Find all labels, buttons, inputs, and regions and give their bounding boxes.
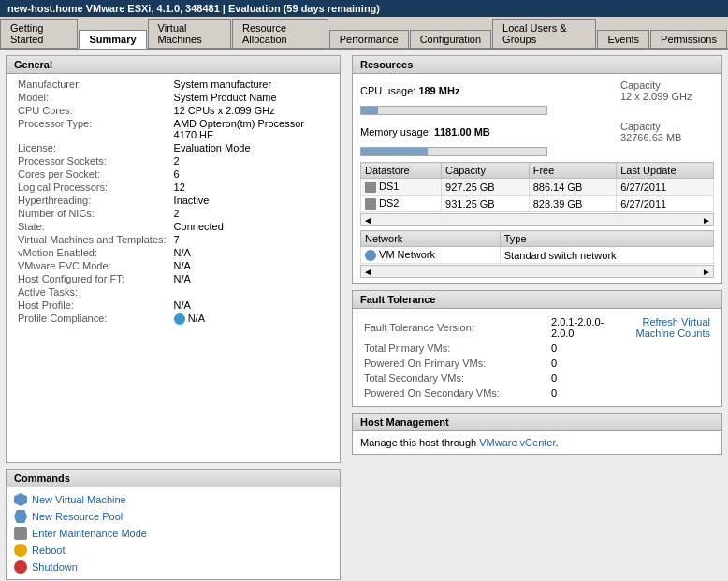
field-label: Profile Compliance: [14, 312, 170, 326]
memory-capacity: Capacity 32766.63 MB [620, 121, 681, 143]
main-content: General Manufacturer:System manufacturer… [0, 50, 728, 581]
net-icon [365, 250, 376, 261]
title-bar: new-host.home VMware ESXi, 4.1.0, 348481… [0, 0, 728, 17]
host-management-header: Host Management [353, 414, 721, 431]
ds-col-header: Last Update [617, 163, 714, 179]
field-value: 7 [170, 233, 332, 246]
field-label: vMotion Enabled: [14, 246, 170, 259]
field-value [170, 285, 332, 298]
tab-resource-allocation[interactable]: Resource Allocation [232, 19, 328, 48]
tab-virtual-machines[interactable]: Virtual Machines [148, 19, 231, 48]
network-container: NetworkType VM NetworkStandard switch ne… [360, 230, 714, 278]
fault-tolerance-section: Fault Tolerance Fault Tolerance Version:… [352, 290, 722, 407]
command-item-enter-maintenance-mode[interactable]: Enter Maintenance Mode [14, 525, 332, 542]
tab-local-users[interactable]: Local Users & Groups [492, 19, 596, 48]
memory-label: Memory usage: 1181.00 MB [360, 126, 490, 138]
memory-bar [360, 147, 547, 156]
general-row: Profile Compliance: N/A [14, 312, 332, 326]
title-text: new-host.home VMware ESXi, 4.1.0, 348481… [7, 3, 380, 14]
network-row: VM NetworkStandard switch network [361, 247, 714, 264]
field-value: N/A [170, 272, 332, 285]
field-value: 2 [170, 207, 332, 220]
field-label: CPU Cores: [14, 104, 170, 117]
host-mgmt-text-after: . [556, 437, 559, 448]
datastore-table: DatastoreCapacityFreeLast Update DS1927.… [360, 162, 714, 212]
field-value: 6 [170, 167, 332, 181]
command-item-shutdown[interactable]: Shutdown [14, 559, 332, 575]
field-label: Hyperthreading: [14, 194, 170, 207]
command-item-new-resource-pool[interactable]: New Resource Pool [14, 508, 332, 525]
maintenance-icon [14, 527, 27, 540]
field-label: Active Tasks: [14, 285, 170, 298]
cpu-bar-fill [361, 107, 378, 114]
ft-table: Fault Tolerance Version: 2.0.1-2.0.0-2.0… [360, 314, 714, 341]
general-header: General [7, 56, 340, 74]
general-row: Host Configured for FT:N/A [14, 272, 332, 285]
ds-col-header: Datastore [361, 163, 442, 179]
general-row: License:Evaluation Mode [14, 141, 332, 154]
tab-summary[interactable]: Summary [79, 30, 146, 49]
general-row: Active Tasks: [14, 285, 332, 298]
general-row: Cores per Socket:6 [14, 167, 332, 181]
field-label: Processor Type: [14, 117, 170, 141]
field-value: 2 [170, 154, 332, 167]
general-row: Virtual Machines and Templates:7 [14, 233, 332, 246]
ft-version-row: Fault Tolerance Version: 2.0.1-2.0.0-2.0… [360, 314, 714, 341]
tab-performance[interactable]: Performance [329, 30, 409, 48]
pool-icon [14, 510, 27, 523]
field-label: Host Profile: [14, 298, 170, 312]
net-scroll-hint[interactable]: ◄► [360, 265, 714, 278]
datastore-row: DS2931.25 GB828.39 GB6/27/2011 [361, 196, 714, 212]
tab-events[interactable]: Events [597, 30, 649, 48]
shutdown-icon [14, 560, 27, 574]
general-row: Host Profile:N/A [14, 298, 332, 312]
field-label: VMware EVC Mode: [14, 259, 170, 272]
tab-configuration[interactable]: Configuration [410, 30, 491, 48]
cpu-row: CPU usage: 189 MHz Capacity 12 x 2.099 G… [360, 80, 714, 102]
commands-section: Commands New Virtual Machine New Resourc… [6, 469, 341, 580]
resources-header: Resources [353, 56, 721, 74]
general-table: Manufacturer:System manufacturerModel:Sy… [14, 78, 332, 326]
general-row: Number of NICs:2 [14, 207, 332, 220]
fault-tolerance-content: Fault Tolerance Version: 2.0.1-2.0.0-2.0… [353, 309, 721, 406]
tab-getting-started[interactable]: Getting Started [0, 19, 78, 48]
general-row: Hyperthreading:Inactive [14, 194, 332, 207]
cpu-label: CPU usage: 189 MHz [360, 85, 459, 96]
ft-version-label: Fault Tolerance Version: [360, 314, 547, 341]
command-item-reboot[interactable]: Reboot [14, 542, 332, 559]
field-label: Host Configured for FT: [14, 272, 170, 285]
tab-bar: Getting StartedSummaryVirtual MachinesRe… [0, 17, 728, 50]
field-value: Evaluation Mode [170, 141, 332, 154]
general-row: VMware EVC Mode:N/A [14, 259, 332, 272]
host-management-content: Manage this host through VMware vCenter. [353, 431, 721, 454]
general-row: Manufacturer:System manufacturer [14, 78, 332, 91]
ft-field-row: Total Secondary VMs:0 [360, 370, 714, 385]
field-value: Connected [170, 220, 332, 233]
general-section: General Manufacturer:System manufacturer… [6, 55, 341, 463]
general-row: vMotion Enabled:N/A [14, 246, 332, 259]
field-label: Manufacturer: [14, 78, 170, 91]
field-label: Number of NICs: [14, 207, 170, 220]
ft-version-value: 2.0.1-2.0.0-2.0.0 [547, 314, 608, 341]
command-item-new-virtual-machine[interactable]: New Virtual Machine [14, 491, 332, 508]
field-label: Processor Sockets: [14, 154, 170, 167]
ds-scroll-hint[interactable]: ◄► [360, 213, 714, 226]
field-value: 12 CPUs x 2.099 GHz [170, 104, 332, 117]
memory-row: Memory usage: 1181.00 MB Capacity 32766.… [360, 121, 714, 143]
tab-permissions[interactable]: Permissions [650, 30, 727, 48]
field-value: System manufacturer [170, 78, 332, 91]
ds-col-header: Free [529, 163, 617, 179]
resources-section: Resources CPU usage: 189 MHz Capacity 12… [352, 55, 722, 284]
field-label: Model: [14, 91, 170, 104]
general-row: Model:System Product Name [14, 91, 332, 104]
vcenter-link[interactable]: VMware vCenter [479, 437, 555, 448]
field-value: N/A [170, 246, 332, 259]
reboot-icon [14, 544, 27, 557]
field-label: State: [14, 220, 170, 233]
globe-icon [174, 313, 185, 325]
field-value: N/A [170, 312, 332, 326]
refresh-vm-counts-link[interactable]: Refresh Virtual Machine Counts [636, 316, 711, 339]
general-row: Processor Sockets:2 [14, 154, 332, 167]
field-value: 12 [170, 181, 332, 194]
general-row: CPU Cores:12 CPUs x 2.099 GHz [14, 104, 332, 117]
